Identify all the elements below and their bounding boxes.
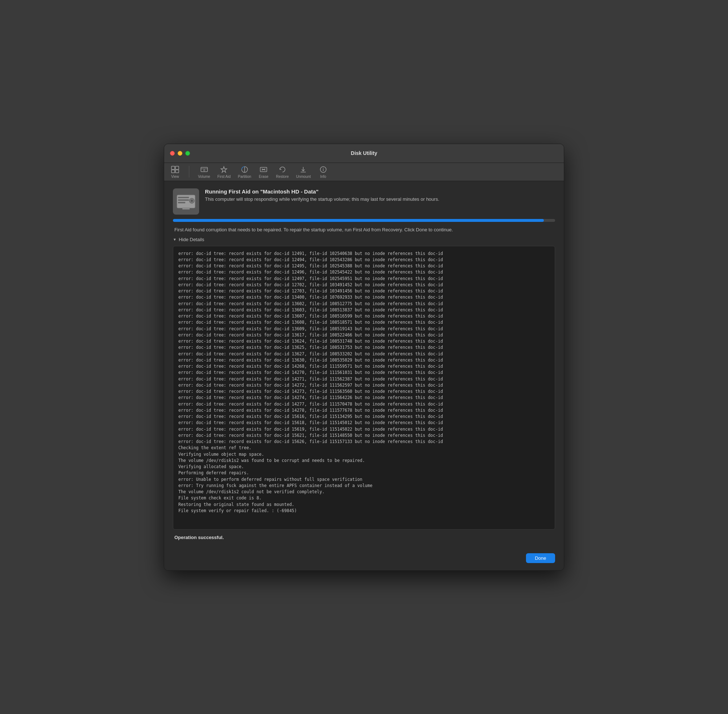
svg-rect-20 bbox=[182, 207, 190, 210]
view-label: View bbox=[171, 175, 179, 178]
running-subtitle: This computer will stop responding while… bbox=[205, 196, 439, 202]
log-line: The volume /dev/rdisk1s2 was found to be… bbox=[178, 458, 550, 464]
log-line: error: doc-id tree: record exists for do… bbox=[178, 369, 550, 376]
log-box[interactable]: error: doc-id tree: record exists for do… bbox=[173, 246, 555, 530]
log-line: error: doc-id tree: record exists for do… bbox=[178, 345, 550, 351]
toolbar-unmount[interactable]: Unmount bbox=[296, 165, 311, 178]
log-line: error: doc-id tree: record exists for do… bbox=[178, 382, 550, 388]
log-line: error: doc-id tree: record exists for do… bbox=[178, 301, 550, 307]
content-area: Running First Aid on "Macintosh HD - Dat… bbox=[164, 181, 564, 548]
titlebar: Disk Utility bbox=[164, 144, 564, 163]
log-line: error: doc-id tree: record exists for do… bbox=[178, 263, 550, 269]
toolbar-view[interactable]: View bbox=[170, 165, 180, 178]
unmount-label: Unmount bbox=[296, 175, 311, 178]
log-line: error: doc-id tree: record exists for do… bbox=[178, 376, 550, 382]
svg-point-15 bbox=[323, 168, 323, 168]
svg-rect-0 bbox=[171, 166, 175, 170]
volume-label: Volume bbox=[198, 175, 210, 178]
log-line: error: doc-id tree: record exists for do… bbox=[178, 394, 550, 401]
svg-rect-19 bbox=[178, 202, 185, 203]
progress-bar-container bbox=[173, 219, 555, 222]
info-label: Info bbox=[320, 175, 326, 178]
log-line: error: doc-id tree: record exists for do… bbox=[178, 257, 550, 263]
restore-icon bbox=[277, 165, 287, 174]
footer: Done bbox=[164, 548, 564, 570]
svg-rect-2 bbox=[171, 170, 175, 173]
log-line: The volume /dev/rdisk1s2 could not be ve… bbox=[178, 489, 550, 495]
operation-status: Operation successful. bbox=[173, 535, 555, 540]
minimize-button[interactable] bbox=[177, 151, 182, 156]
close-button[interactable] bbox=[170, 151, 175, 156]
log-line: error: Unable to perform deferred repair… bbox=[178, 477, 550, 483]
traffic-lights bbox=[170, 151, 190, 156]
progress-bar-fill bbox=[173, 219, 544, 222]
maximize-button[interactable] bbox=[185, 151, 190, 156]
log-line: error: doc-id tree: record exists for do… bbox=[178, 294, 550, 300]
log-line: error: doc-id tree: record exists for do… bbox=[178, 332, 550, 338]
info-message: First Aid found corruption that needs to… bbox=[173, 227, 555, 232]
erase-icon bbox=[259, 165, 269, 174]
main-window: Disk Utility View bbox=[164, 144, 564, 571]
toolbar: View Volume First Aid bbox=[164, 163, 564, 181]
first-aid-label: First Aid bbox=[217, 175, 230, 178]
log-line: Verifying volume object map space. bbox=[178, 452, 550, 458]
header-row: Running First Aid on "Macintosh HD - Dat… bbox=[173, 188, 555, 214]
erase-label: Erase bbox=[259, 175, 268, 178]
disk-icon bbox=[173, 188, 199, 214]
log-line: Verifying allocated space. bbox=[178, 464, 550, 470]
log-line: error: doc-id tree: record exists for do… bbox=[178, 439, 550, 445]
log-line: error: doc-id tree: record exists for do… bbox=[178, 338, 550, 345]
log-line: error: doc-id tree: record exists for do… bbox=[178, 401, 550, 407]
log-line: error: doc-id tree: record exists for do… bbox=[178, 282, 550, 288]
header-text: Running First Aid on "Macintosh HD - Dat… bbox=[205, 188, 439, 202]
volume-icon bbox=[199, 165, 209, 174]
done-button[interactable]: Done bbox=[526, 553, 555, 563]
running-title: Running First Aid on "Macintosh HD - Dat… bbox=[205, 188, 439, 195]
chevron-down-icon: ▼ bbox=[173, 237, 176, 242]
log-line: error: doc-id tree: record exists for do… bbox=[178, 388, 550, 394]
log-line: error: doc-id tree: record exists for do… bbox=[178, 288, 550, 294]
toolbar-restore[interactable]: Restore bbox=[276, 165, 289, 178]
toolbar-partition[interactable]: Partition bbox=[238, 165, 251, 178]
svg-rect-18 bbox=[178, 200, 189, 201]
svg-point-22 bbox=[191, 200, 193, 202]
toolbar-volume[interactable]: Volume bbox=[198, 165, 210, 178]
toolbar-info[interactable]: Info bbox=[318, 165, 328, 178]
log-line: error: doc-id tree: record exists for do… bbox=[178, 407, 550, 414]
log-line: error: doc-id tree: record exists for do… bbox=[178, 313, 550, 320]
log-line: error: doc-id tree: record exists for do… bbox=[178, 326, 550, 332]
toolbar-sep-1 bbox=[189, 166, 189, 177]
unmount-icon bbox=[298, 165, 308, 174]
toolbar-erase[interactable]: Erase bbox=[259, 165, 269, 178]
log-line: error: doc-id tree: record exists for do… bbox=[178, 426, 550, 432]
log-line: Restoring the original state found as mo… bbox=[178, 502, 550, 508]
details-toggle[interactable]: ▼ Hide Details bbox=[173, 237, 555, 242]
view-icon bbox=[170, 165, 180, 174]
log-line: error: doc-id tree: record exists for do… bbox=[178, 307, 550, 313]
svg-point-6 bbox=[203, 170, 205, 171]
partition-icon bbox=[239, 165, 250, 174]
log-line: error: doc-id tree: record exists for do… bbox=[178, 351, 550, 357]
log-line: Checking the extent ref tree. bbox=[178, 445, 550, 451]
log-line: Performing deferred repairs. bbox=[178, 470, 550, 476]
info-icon bbox=[318, 165, 328, 174]
log-line: error: doc-id tree: record exists for do… bbox=[178, 363, 550, 369]
log-line: error: doc-id tree: record exists for do… bbox=[178, 420, 550, 426]
log-line: error: doc-id tree: record exists for do… bbox=[178, 250, 550, 257]
log-line: error: doc-id tree: record exists for do… bbox=[178, 414, 550, 420]
details-toggle-label: Hide Details bbox=[179, 237, 204, 242]
log-line: error: doc-id tree: record exists for do… bbox=[178, 320, 550, 326]
svg-rect-1 bbox=[176, 166, 179, 170]
log-line: File system check exit code is 8. bbox=[178, 495, 550, 501]
partition-label: Partition bbox=[238, 175, 251, 178]
log-line: error: doc-id tree: record exists for do… bbox=[178, 269, 550, 275]
log-line: error: doc-id tree: record exists for do… bbox=[178, 432, 550, 439]
first-aid-icon bbox=[219, 165, 229, 174]
svg-rect-17 bbox=[178, 197, 189, 198]
log-line: error: doc-id tree: record exists for do… bbox=[178, 357, 550, 363]
log-line: error: doc-id tree: record exists for do… bbox=[178, 276, 550, 282]
toolbar-first-aid[interactable]: First Aid bbox=[217, 165, 230, 178]
svg-rect-3 bbox=[176, 170, 179, 173]
log-line: File system verify or repair failed. : (… bbox=[178, 508, 550, 514]
log-line: error: Try running fsck against the enti… bbox=[178, 483, 550, 489]
